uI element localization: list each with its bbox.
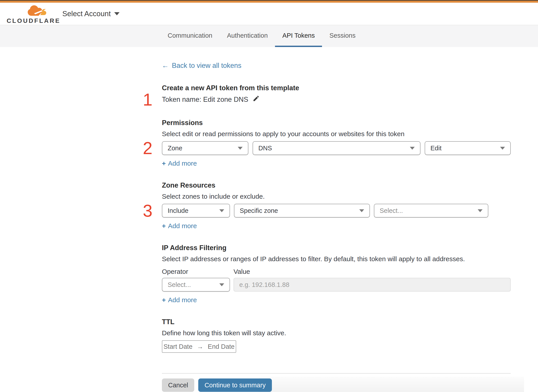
chevron-down-icon	[219, 283, 224, 286]
back-to-tokens-link[interactable]: ← Back to view all tokens	[162, 62, 511, 70]
zone-resources-add-more-link[interactable]: + Add more	[162, 222, 511, 230]
select-value: Edit	[430, 145, 442, 152]
chevron-down-icon	[478, 209, 482, 212]
select-value: Specific zone	[240, 207, 278, 215]
permissions-heading: Permissions	[162, 119, 511, 127]
continue-to-summary-button[interactable]: Continue to summary	[198, 378, 272, 392]
permissions-add-more-link[interactable]: + Add more	[162, 159, 511, 167]
select-value: Select...	[380, 207, 403, 215]
chevron-down-icon	[359, 209, 364, 212]
zone-type-select[interactable]: Specific zone	[234, 204, 370, 218]
ttl-heading: TTL	[162, 318, 511, 326]
back-link-label: Back to view all tokens	[172, 62, 242, 70]
tab-api-tokens[interactable]: API Tokens	[275, 25, 322, 47]
ip-operator-select[interactable]: Select...	[162, 278, 230, 292]
operator-label: Operator	[162, 268, 234, 275]
permissions-description: Select edit or read permissions to apply…	[162, 130, 511, 138]
ip-value-input[interactable]	[234, 278, 511, 292]
footer-shade	[259, 377, 524, 392]
zone-resources-description: Select zones to include or exclude.	[162, 192, 511, 201]
tab-bar: Communication Authentication API Tokens …	[0, 25, 538, 47]
ttl-date-range-picker[interactable]: Start Date → End Date	[162, 340, 236, 353]
step-annotation-1: 1	[143, 91, 152, 108]
value-label: Value	[234, 268, 250, 275]
select-account-dropdown[interactable]: Select Account	[62, 3, 120, 25]
zone-include-select[interactable]: Include	[162, 204, 230, 218]
select-value: DNS	[258, 145, 272, 152]
page-title: Create a new API token from this templat…	[162, 84, 511, 92]
cloudflare-logo: CLOUDFLARE	[7, 5, 51, 24]
select-value: Select...	[168, 281, 191, 289]
add-more-label: Add more	[168, 222, 197, 230]
ttl-description: Define how long this token will stay act…	[162, 329, 511, 337]
plus-icon: +	[162, 222, 166, 230]
select-account-label: Select Account	[62, 9, 111, 18]
cancel-button[interactable]: Cancel	[162, 378, 194, 392]
ip-filtering-row: Select...	[162, 278, 511, 292]
permission-access-select[interactable]: Edit	[425, 141, 511, 155]
permissions-row: 2 Zone DNS Edit	[162, 141, 511, 155]
step-annotation-3: 3	[143, 202, 152, 219]
token-name-text: Token name: Edit zone DNS	[162, 95, 248, 104]
start-date-field[interactable]: Start Date	[164, 343, 192, 350]
ip-filtering-description: Select IP addresses or ranges of IP addr…	[162, 255, 511, 263]
step-annotation-2: 2	[143, 140, 152, 157]
select-value: Zone	[168, 145, 182, 152]
token-name-row: 1 Token name: Edit zone DNS	[162, 95, 511, 104]
chevron-down-icon	[114, 12, 120, 15]
main-content: ← Back to view all tokens Create a new A…	[162, 47, 511, 392]
tab-communication[interactable]: Communication	[160, 25, 220, 47]
chevron-down-icon	[238, 147, 243, 150]
tab-authentication[interactable]: Authentication	[220, 25, 275, 47]
permission-scope-select[interactable]: Zone	[162, 141, 248, 155]
cloudflare-wordmark: CLOUDFLARE	[7, 17, 51, 24]
footer-divider	[162, 373, 511, 373]
cloudflare-cloud-icon	[7, 5, 51, 17]
plus-icon: +	[162, 296, 166, 304]
zone-resources-heading: Zone Resources	[162, 181, 511, 190]
zone-resources-row: 3 Include Specific zone Select...	[162, 204, 511, 218]
ip-filtering-heading: IP Address Filtering	[162, 244, 511, 252]
footer-actions: Cancel Continue to summary	[162, 378, 511, 392]
ip-filtering-labels: Operator Value	[162, 268, 511, 275]
edit-pencil-icon[interactable]	[253, 95, 260, 104]
add-more-label: Add more	[168, 159, 197, 167]
ip-filtering-add-more-link[interactable]: + Add more	[162, 296, 511, 304]
zone-picker-select[interactable]: Select...	[374, 204, 488, 218]
orange-accent-bar	[0, 1, 538, 3]
end-date-field[interactable]: End Date	[208, 343, 235, 350]
chevron-down-icon	[500, 147, 505, 150]
tab-sessions[interactable]: Sessions	[322, 25, 363, 47]
plus-icon: +	[162, 159, 166, 167]
permission-service-select[interactable]: DNS	[253, 141, 421, 155]
app-header: CLOUDFLARE Select Account	[0, 3, 538, 25]
back-arrow-icon: ←	[162, 62, 169, 70]
select-value: Include	[168, 207, 188, 215]
right-arrow-icon: →	[197, 343, 203, 350]
chevron-down-icon	[219, 209, 224, 212]
chevron-down-icon	[410, 147, 415, 150]
add-more-label: Add more	[168, 296, 197, 304]
